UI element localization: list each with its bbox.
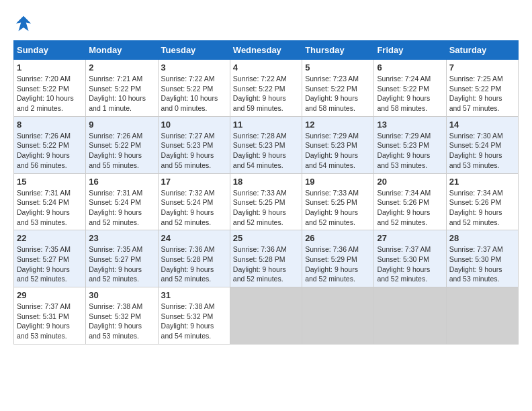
day-number: 12 <box>305 120 371 130</box>
calendar-header-monday: Monday <box>86 41 158 60</box>
calendar-header-thursday: Thursday <box>302 41 374 60</box>
day-number: 31 <box>161 290 227 300</box>
calendar-cell: 30Sunrise: 7:38 AM Sunset: 5:32 PM Dayli… <box>86 287 158 345</box>
logo <box>13 13 36 34</box>
day-info: Sunrise: 7:36 AM Sunset: 5:28 PM Dayligh… <box>233 244 299 284</box>
calendar-cell: 20Sunrise: 7:34 AM Sunset: 5:26 PM Dayli… <box>374 173 446 230</box>
day-info: Sunrise: 7:35 AM Sunset: 5:27 PM Dayligh… <box>17 244 83 284</box>
day-number: 23 <box>89 233 154 243</box>
calendar-cell: 29Sunrise: 7:37 AM Sunset: 5:31 PM Dayli… <box>14 287 86 345</box>
calendar-week-row: 15Sunrise: 7:31 AM Sunset: 5:24 PM Dayli… <box>14 173 519 230</box>
day-info: Sunrise: 7:27 AM Sunset: 5:23 PM Dayligh… <box>161 131 227 171</box>
calendar-table: SundayMondayTuesdayWednesdayThursdayFrid… <box>13 40 519 345</box>
calendar-header-friday: Friday <box>374 41 446 60</box>
logo-icon <box>13 13 34 34</box>
day-number: 7 <box>449 62 515 73</box>
day-info: Sunrise: 7:38 AM Sunset: 5:32 PM Dayligh… <box>89 302 154 341</box>
day-info: Sunrise: 7:37 AM Sunset: 5:30 PM Dayligh… <box>377 244 443 284</box>
day-info: Sunrise: 7:36 AM Sunset: 5:29 PM Dayligh… <box>305 244 371 284</box>
day-number: 17 <box>161 177 227 187</box>
day-info: Sunrise: 7:37 AM Sunset: 5:30 PM Dayligh… <box>449 244 515 284</box>
calendar-cell: 18Sunrise: 7:33 AM Sunset: 5:25 PM Dayli… <box>230 173 302 230</box>
calendar-cell: 6Sunrise: 7:24 AM Sunset: 5:22 PM Daylig… <box>374 60 446 117</box>
day-info: Sunrise: 7:22 AM Sunset: 5:22 PM Dayligh… <box>233 74 299 113</box>
svg-marker-0 <box>16 16 32 32</box>
day-number: 16 <box>89 177 154 187</box>
calendar-header-row: SundayMondayTuesdayWednesdayThursdayFrid… <box>14 41 519 60</box>
calendar-cell: 23Sunrise: 7:35 AM Sunset: 5:27 PM Dayli… <box>86 230 158 287</box>
calendar-cell: 16Sunrise: 7:31 AM Sunset: 5:24 PM Dayli… <box>86 173 158 230</box>
calendar-week-row: 29Sunrise: 7:37 AM Sunset: 5:31 PM Dayli… <box>14 287 519 345</box>
day-number: 6 <box>377 62 443 73</box>
calendar-cell: 15Sunrise: 7:31 AM Sunset: 5:24 PM Dayli… <box>14 173 86 230</box>
day-number: 15 <box>17 177 83 187</box>
day-number: 1 <box>17 62 83 73</box>
calendar-cell: 26Sunrise: 7:36 AM Sunset: 5:29 PM Dayli… <box>302 230 374 287</box>
day-info: Sunrise: 7:26 AM Sunset: 5:22 PM Dayligh… <box>89 131 154 171</box>
day-number: 20 <box>377 177 443 187</box>
calendar-header-wednesday: Wednesday <box>230 41 302 60</box>
calendar-cell: 7Sunrise: 7:25 AM Sunset: 5:22 PM Daylig… <box>446 60 518 117</box>
day-number: 4 <box>233 62 299 73</box>
day-number: 21 <box>449 177 515 187</box>
day-info: Sunrise: 7:26 AM Sunset: 5:22 PM Dayligh… <box>17 131 83 171</box>
day-info: Sunrise: 7:37 AM Sunset: 5:31 PM Dayligh… <box>17 302 83 341</box>
calendar-week-row: 22Sunrise: 7:35 AM Sunset: 5:27 PM Dayli… <box>14 230 519 287</box>
day-number: 14 <box>449 120 515 130</box>
calendar-cell: 3Sunrise: 7:22 AM Sunset: 5:22 PM Daylig… <box>158 60 230 117</box>
day-info: Sunrise: 7:38 AM Sunset: 5:32 PM Dayligh… <box>161 302 227 341</box>
calendar-cell: 12Sunrise: 7:29 AM Sunset: 5:23 PM Dayli… <box>302 116 374 173</box>
day-info: Sunrise: 7:34 AM Sunset: 5:26 PM Dayligh… <box>377 188 443 228</box>
day-number: 5 <box>305 62 371 73</box>
day-info: Sunrise: 7:23 AM Sunset: 5:22 PM Dayligh… <box>305 74 371 113</box>
calendar-cell: 31Sunrise: 7:38 AM Sunset: 5:32 PM Dayli… <box>158 287 230 345</box>
calendar-week-row: 1Sunrise: 7:20 AM Sunset: 5:22 PM Daylig… <box>14 60 519 117</box>
day-info: Sunrise: 7:34 AM Sunset: 5:26 PM Dayligh… <box>449 188 515 228</box>
calendar-cell <box>302 287 374 345</box>
calendar-week-row: 8Sunrise: 7:26 AM Sunset: 5:22 PM Daylig… <box>14 116 519 173</box>
calendar-cell: 5Sunrise: 7:23 AM Sunset: 5:22 PM Daylig… <box>302 60 374 117</box>
calendar-cell: 10Sunrise: 7:27 AM Sunset: 5:23 PM Dayli… <box>158 116 230 173</box>
day-number: 3 <box>161 62 227 73</box>
calendar-cell <box>446 287 518 345</box>
day-info: Sunrise: 7:33 AM Sunset: 5:25 PM Dayligh… <box>305 188 371 228</box>
calendar-cell: 1Sunrise: 7:20 AM Sunset: 5:22 PM Daylig… <box>14 60 86 117</box>
day-info: Sunrise: 7:32 AM Sunset: 5:24 PM Dayligh… <box>161 188 227 228</box>
header <box>13 13 519 34</box>
day-info: Sunrise: 7:28 AM Sunset: 5:23 PM Dayligh… <box>233 131 299 171</box>
day-number: 10 <box>161 120 227 130</box>
day-number: 13 <box>377 120 443 130</box>
calendar-cell: 14Sunrise: 7:30 AM Sunset: 5:24 PM Dayli… <box>446 116 518 173</box>
day-number: 9 <box>89 120 154 130</box>
calendar-cell <box>374 287 446 345</box>
calendar-cell: 17Sunrise: 7:32 AM Sunset: 5:24 PM Dayli… <box>158 173 230 230</box>
day-info: Sunrise: 7:29 AM Sunset: 5:23 PM Dayligh… <box>305 131 371 171</box>
calendar-cell: 28Sunrise: 7:37 AM Sunset: 5:30 PM Dayli… <box>446 230 518 287</box>
day-number: 19 <box>305 177 371 187</box>
calendar-cell: 2Sunrise: 7:21 AM Sunset: 5:22 PM Daylig… <box>86 60 158 117</box>
day-number: 18 <box>233 177 299 187</box>
day-number: 29 <box>17 290 83 300</box>
calendar-header-tuesday: Tuesday <box>158 41 230 60</box>
calendar-cell: 13Sunrise: 7:29 AM Sunset: 5:23 PM Dayli… <box>374 116 446 173</box>
day-info: Sunrise: 7:33 AM Sunset: 5:25 PM Dayligh… <box>233 188 299 228</box>
day-number: 22 <box>17 233 83 243</box>
day-number: 2 <box>89 62 154 73</box>
calendar-cell: 19Sunrise: 7:33 AM Sunset: 5:25 PM Dayli… <box>302 173 374 230</box>
day-info: Sunrise: 7:31 AM Sunset: 5:24 PM Dayligh… <box>89 188 154 228</box>
day-info: Sunrise: 7:30 AM Sunset: 5:24 PM Dayligh… <box>449 131 515 171</box>
calendar-cell: 9Sunrise: 7:26 AM Sunset: 5:22 PM Daylig… <box>86 116 158 173</box>
calendar-cell: 4Sunrise: 7:22 AM Sunset: 5:22 PM Daylig… <box>230 60 302 117</box>
calendar-cell: 21Sunrise: 7:34 AM Sunset: 5:26 PM Dayli… <box>446 173 518 230</box>
day-number: 26 <box>305 233 371 243</box>
day-number: 24 <box>161 233 227 243</box>
calendar-cell: 8Sunrise: 7:26 AM Sunset: 5:22 PM Daylig… <box>14 116 86 173</box>
day-number: 11 <box>233 120 299 130</box>
day-number: 8 <box>17 120 83 130</box>
calendar-cell: 24Sunrise: 7:36 AM Sunset: 5:28 PM Dayli… <box>158 230 230 287</box>
day-info: Sunrise: 7:21 AM Sunset: 5:22 PM Dayligh… <box>89 74 154 113</box>
day-info: Sunrise: 7:29 AM Sunset: 5:23 PM Dayligh… <box>377 131 443 171</box>
day-number: 30 <box>89 290 154 300</box>
day-info: Sunrise: 7:20 AM Sunset: 5:22 PM Dayligh… <box>17 74 83 113</box>
day-number: 25 <box>233 233 299 243</box>
